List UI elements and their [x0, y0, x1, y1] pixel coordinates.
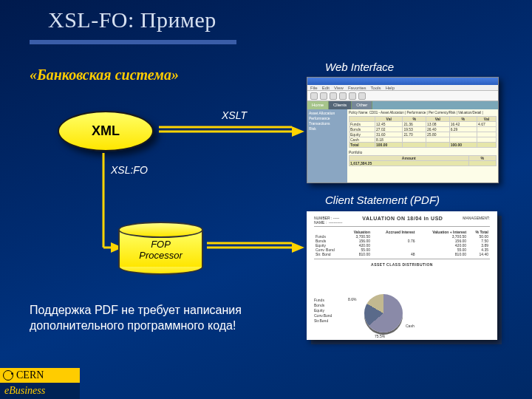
label-client-statement: Client Statement (PDF)	[325, 194, 440, 206]
pie-chart: 8.6% Cash 75.5%	[364, 294, 403, 332]
allocation-table: Val%Val%Val Funds12.4521.3613.0816.424.6…	[349, 116, 497, 148]
label-xslfo: XSL:FO	[111, 164, 148, 176]
slide-title: XSL-FO: Пример	[48, 7, 216, 33]
svg-marker-1	[292, 126, 304, 137]
xml-node: XML	[58, 111, 154, 151]
fop-line1: FOP	[151, 239, 171, 250]
footer-note: Поддержка PDF не требует написания допол…	[30, 303, 242, 334]
web-interface-screenshot: FileEditViewFavoritesToolsHelp Home Clie…	[307, 77, 499, 183]
cern-logo: CERN e Business	[0, 368, 80, 399]
browser-toolbar	[307, 91, 498, 101]
title-underline	[30, 40, 236, 44]
subtitle: «Банковская система»	[30, 66, 179, 83]
fop-processor-node: FOP Processor	[118, 222, 203, 275]
app-tabs: Home Clients Other	[307, 101, 498, 109]
browser-titlebar	[307, 78, 498, 85]
fop-line2: Processor	[139, 250, 183, 262]
main-panel: Policy Name: CD01 - Asset Allocation | P…	[347, 109, 498, 183]
label-xslt: XSLT	[222, 109, 247, 121]
browser-menubar: FileEditViewFavoritesToolsHelp	[307, 85, 498, 91]
sidebar: Asset Allocation Performance Transaction…	[307, 109, 347, 183]
label-web-interface: Web Interface	[325, 61, 394, 73]
cern-ring-icon	[3, 370, 13, 381]
svg-marker-7	[292, 242, 304, 253]
pie-legend: Funds Bonds Equity Conv.Bond Str.Bond	[314, 298, 332, 324]
pdf-screenshot: NUMBER : ----- NAME : ----------- VALUAT…	[307, 211, 502, 344]
